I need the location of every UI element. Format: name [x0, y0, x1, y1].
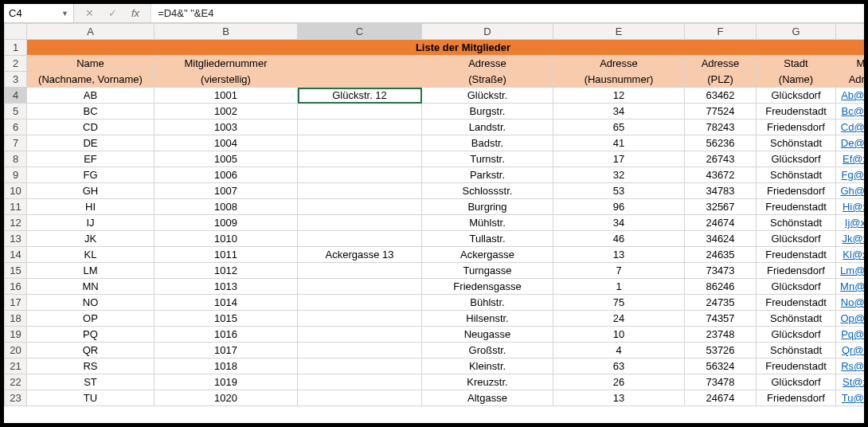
mail-link[interactable]: Ij@xyz.de	[845, 217, 864, 229]
data-cell[interactable]: 1012	[154, 263, 298, 279]
data-cell[interactable]: 1010	[154, 231, 298, 247]
row-header[interactable]: 10	[5, 183, 27, 199]
column-header[interactable]: G	[757, 24, 836, 40]
data-cell[interactable]: 24674	[685, 215, 757, 231]
column-header[interactable]: F	[685, 24, 757, 40]
data-cell[interactable]: 12	[553, 88, 685, 104]
data-cell[interactable]	[298, 167, 422, 183]
row-header[interactable]: 14	[5, 247, 27, 263]
data-cell[interactable]: 46	[553, 231, 685, 247]
data-cell[interactable]: GH	[27, 183, 154, 199]
data-cell[interactable]: 34	[553, 215, 685, 231]
data-cell[interactable]	[298, 295, 422, 311]
header-cell[interactable]: Mitgliedernummer	[154, 56, 298, 72]
data-cell[interactable]: 1006	[154, 167, 298, 183]
data-cell[interactable]: 1015	[154, 311, 298, 327]
data-cell[interactable]: 26743	[685, 151, 757, 167]
data-cell-mail[interactable]: Fg@xyz.de	[836, 167, 865, 183]
header-cell[interactable]	[298, 56, 422, 72]
data-cell[interactable]: 53	[553, 183, 685, 199]
title-cell[interactable]: Liste der Mitglieder	[27, 40, 865, 56]
header-cell[interactable]: Adresse	[422, 56, 553, 72]
data-cell[interactable]: Glücksdorf	[757, 374, 836, 390]
row-header[interactable]: 9	[5, 167, 27, 183]
data-cell[interactable]	[298, 151, 422, 167]
row-header[interactable]: 19	[5, 327, 27, 343]
data-cell[interactable]: Freudenstadt	[757, 247, 836, 263]
data-cell[interactable]: Mühlstr.	[422, 215, 553, 231]
data-cell-mail[interactable]: Bc@xyz.de	[836, 104, 865, 119]
mail-link[interactable]: Tu@xyz.de	[842, 392, 864, 404]
data-cell[interactable]	[298, 327, 422, 343]
data-cell[interactable]: 1002	[154, 104, 298, 119]
mail-link[interactable]: Hi@xyz.de	[843, 201, 864, 213]
data-cell[interactable]: Glückstr. 12	[298, 88, 422, 104]
data-cell[interactable]: 1019	[154, 374, 298, 390]
column-header[interactable]: A	[27, 24, 154, 40]
data-cell[interactable]: 78243	[685, 119, 757, 135]
row-header[interactable]: 7	[5, 135, 27, 151]
data-cell[interactable]: Kleinstr.	[422, 358, 553, 374]
data-cell[interactable]	[298, 215, 422, 231]
row-header[interactable]: 3	[5, 72, 27, 88]
data-cell[interactable]: 1020	[154, 390, 298, 406]
data-cell[interactable]: LM	[27, 263, 154, 279]
header-cell[interactable]: (Straße)	[422, 72, 553, 88]
data-cell[interactable]: 86246	[685, 279, 757, 295]
data-cell[interactable]: 7	[553, 263, 685, 279]
data-cell[interactable]: Tullastr.	[422, 231, 553, 247]
data-cell[interactable]: Neugasse	[422, 327, 553, 343]
data-cell[interactable]: Freudenstadt	[757, 358, 836, 374]
mail-link[interactable]: Fg@xyz.de	[842, 169, 864, 181]
select-all-corner[interactable]	[5, 24, 27, 40]
data-cell-mail[interactable]: Cd@xyz.de	[836, 119, 865, 135]
data-cell[interactable]: 1007	[154, 183, 298, 199]
data-cell[interactable]	[298, 199, 422, 215]
mail-link[interactable]: Rs@xyz.de	[841, 360, 864, 372]
data-cell[interactable]: TU	[27, 390, 154, 406]
data-cell-mail[interactable]: Pq@xyz.de	[836, 327, 865, 343]
data-cell[interactable]: BC	[27, 104, 154, 119]
data-cell[interactable]: FG	[27, 167, 154, 183]
data-cell[interactable]: Großstr.	[422, 343, 553, 358]
data-cell[interactable]: 17	[553, 151, 685, 167]
header-cell[interactable]: Stadt	[757, 56, 836, 72]
data-cell[interactable]: MN	[27, 279, 154, 295]
data-cell[interactable]: Schönstadt	[757, 215, 836, 231]
data-cell[interactable]: Ackergasse	[422, 247, 553, 263]
data-cell-mail[interactable]: Gh@xyz.de	[836, 183, 865, 199]
data-cell[interactable]: Badstr.	[422, 135, 553, 151]
mail-link[interactable]: De@xyz.de	[841, 137, 864, 149]
row-header[interactable]: 2	[5, 56, 27, 72]
data-cell[interactable]: 1005	[154, 151, 298, 167]
data-cell[interactable]: Friedensdorf	[757, 119, 836, 135]
row-header[interactable]: 6	[5, 119, 27, 135]
data-cell[interactable]: Landstr.	[422, 119, 553, 135]
mail-link[interactable]: Jk@xyz.de	[843, 233, 864, 245]
mail-link[interactable]: Pq@xyz.de	[841, 328, 864, 340]
data-cell[interactable]: 77524	[685, 104, 757, 119]
data-cell[interactable]: Parkstr.	[422, 167, 553, 183]
data-cell-mail[interactable]: Lm@xyz.de	[836, 263, 865, 279]
data-cell-mail[interactable]: Op@xyz.de	[836, 311, 865, 327]
data-cell[interactable]	[298, 263, 422, 279]
mail-link[interactable]: Ab@xyz.de	[841, 89, 864, 101]
data-cell[interactable]: Turnstr.	[422, 151, 553, 167]
data-cell[interactable]: Burgstr.	[422, 104, 553, 119]
data-cell[interactable]: HI	[27, 199, 154, 215]
data-cell[interactable]: Kreuzstr.	[422, 374, 553, 390]
row-header[interactable]: 13	[5, 231, 27, 247]
data-cell[interactable]	[298, 343, 422, 358]
data-cell[interactable]: Hilsenstr.	[422, 311, 553, 327]
data-cell[interactable]: 1011	[154, 247, 298, 263]
data-cell[interactable]: 1	[553, 279, 685, 295]
header-cell[interactable]	[298, 72, 422, 88]
data-cell[interactable]: 74357	[685, 311, 757, 327]
data-cell[interactable]	[298, 119, 422, 135]
data-cell[interactable]: Freudenstadt	[757, 104, 836, 119]
data-cell[interactable]: Schönstadt	[757, 343, 836, 358]
formula-input[interactable]: =D4&" "&E4	[151, 4, 864, 22]
header-cell[interactable]: Adresse	[553, 56, 685, 72]
mail-link[interactable]: Lm@xyz.de	[840, 264, 864, 276]
data-cell[interactable]: Bühlstr.	[422, 295, 553, 311]
